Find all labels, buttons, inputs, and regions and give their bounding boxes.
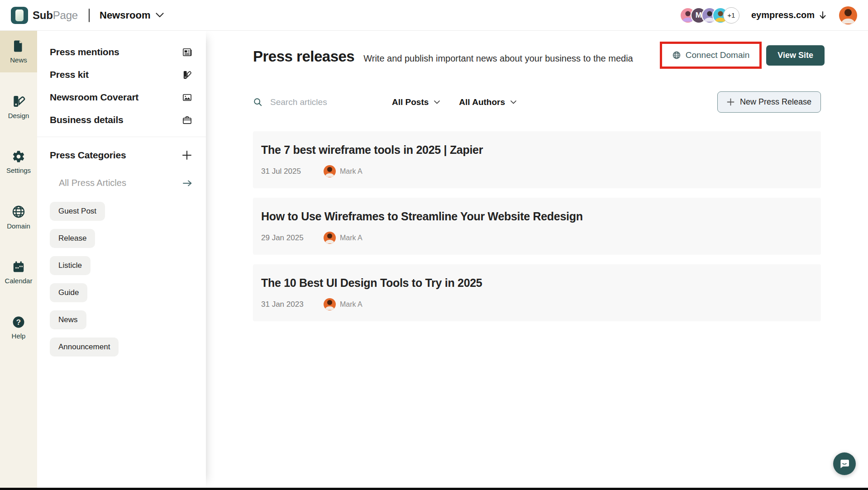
- app-window: SubPage Newsroom M +1: [0, 0, 868, 490]
- category-chip[interactable]: Guide: [50, 283, 87, 302]
- article-author: Mark A: [340, 167, 362, 176]
- rail-item-help[interactable]: ? Help: [0, 307, 37, 348]
- topbar: SubPage Newsroom M +1: [0, 0, 868, 31]
- article-date: 31 Jan 2023: [261, 300, 324, 309]
- category-chip[interactable]: Guest Post: [50, 202, 105, 221]
- add-category-icon[interactable]: [181, 150, 192, 161]
- arrow-down-icon[interactable]: [819, 11, 826, 20]
- topbar-divider: [89, 9, 90, 22]
- search-box: [253, 97, 373, 107]
- main-content: Press releases Write and publish importa…: [206, 31, 868, 488]
- image-icon: [182, 92, 192, 103]
- newspaper-icon: [182, 47, 192, 57]
- calendar-icon: [12, 260, 25, 274]
- article-card[interactable]: How to Use Wireframes to Streamline Your…: [253, 198, 821, 255]
- authors-filter-dropdown[interactable]: All Authors: [459, 97, 516, 107]
- gear-icon: [12, 150, 25, 163]
- user-avatar[interactable]: [839, 6, 857, 24]
- window-bottom-edge: [0, 488, 868, 490]
- subpage-logo-icon[interactable]: [11, 7, 28, 24]
- view-site-button[interactable]: View Site: [766, 45, 825, 66]
- briefcase-icon: [182, 115, 192, 125]
- svg-text:?: ?: [16, 318, 21, 327]
- globe-icon: [11, 205, 26, 219]
- category-chip[interactable]: News: [50, 310, 86, 329]
- article-title: How to Use Wireframes to Streamline Your…: [261, 210, 813, 223]
- rail-item-design[interactable]: Design: [0, 86, 37, 128]
- posts-filter-dropdown[interactable]: All Posts: [392, 97, 440, 107]
- site-domain[interactable]: eympress.com: [751, 10, 815, 20]
- globe-icon: [672, 51, 681, 60]
- icon-rail: News Design Settings: [0, 31, 37, 488]
- sidebar-item-newsroom-coverart[interactable]: Newsroom Coverart: [37, 86, 206, 109]
- category-chip-list: Guest Post Release Listicle Guide News A…: [37, 202, 206, 357]
- all-press-articles-link[interactable]: All Press Articles: [37, 178, 206, 188]
- category-chip[interactable]: Announcement: [50, 338, 119, 357]
- article-date: 29 Jan 2025: [261, 233, 324, 243]
- sidebar-item-business-details[interactable]: Business details: [37, 109, 206, 131]
- article-title: The 10 Best UI Design Tools to Try in 20…: [261, 276, 813, 290]
- page-header: Press releases Write and publish importa…: [253, 48, 633, 65]
- connect-domain-highlight-box: Connect Domain: [660, 42, 762, 69]
- brand-name: SubPage: [33, 9, 78, 22]
- more-members-badge[interactable]: +1: [723, 7, 739, 24]
- connect-domain-button[interactable]: Connect Domain: [672, 50, 750, 60]
- topbar-right: M +1 eympress.com: [680, 6, 857, 24]
- swatch-icon: [11, 94, 26, 109]
- arrow-right-icon: [182, 180, 192, 187]
- plus-icon: [727, 98, 734, 106]
- search-input[interactable]: [270, 97, 361, 107]
- team-avatar-group[interactable]: M +1: [680, 7, 739, 24]
- article-card[interactable]: The 10 Best UI Design Tools to Try in 20…: [253, 264, 821, 321]
- article-meta: 31 Jul 2025 Mark A: [261, 165, 813, 177]
- chat-bubble-icon: [839, 458, 850, 470]
- article-title: The 7 best wireframe tools in 2025 | Zap…: [261, 143, 813, 157]
- category-chip[interactable]: Listicle: [50, 256, 91, 275]
- sidebar-item-press-mentions[interactable]: Press mentions: [37, 41, 206, 63]
- article-author: Mark A: [340, 300, 362, 309]
- rail-item-settings[interactable]: Settings: [0, 141, 37, 183]
- chevron-down-icon: [434, 100, 440, 104]
- article-date: 31 Jul 2025: [261, 167, 324, 176]
- author-avatar: [324, 232, 336, 244]
- workspace-name: Newsroom: [100, 10, 150, 21]
- file-icon: [12, 39, 25, 53]
- article-card[interactable]: The 7 best wireframe tools in 2025 | Zap…: [253, 131, 821, 188]
- rail-item-news[interactable]: News: [0, 31, 37, 72]
- article-author: Mark A: [340, 234, 362, 242]
- sidebar-divider: [37, 137, 206, 137]
- author-avatar: [324, 165, 336, 177]
- new-press-release-button[interactable]: New Press Release: [717, 91, 821, 113]
- category-chip[interactable]: Release: [50, 229, 95, 248]
- rail-item-domain[interactable]: Domain: [0, 196, 37, 238]
- article-meta: 29 Jan 2025 Mark A: [261, 232, 813, 244]
- sidebar-item-press-kit[interactable]: Press kit: [37, 63, 206, 86]
- question-icon: ?: [12, 315, 25, 329]
- author-avatar: [324, 298, 336, 310]
- header-actions: Connect Domain View Site: [660, 42, 825, 69]
- chevron-down-icon: [156, 13, 164, 18]
- page-subtitle: Write and publish important news about y…: [363, 53, 633, 64]
- filters-row: All Posts All Authors New Press Release: [253, 91, 821, 113]
- chevron-down-icon: [510, 100, 516, 104]
- newsroom-sidebar: Press mentions Press kit: [37, 31, 206, 488]
- press-categories-header: Press Categories: [37, 150, 206, 161]
- press-kit-icon: [182, 70, 192, 80]
- article-meta: 31 Jan 2023 Mark A: [261, 298, 813, 310]
- rail-item-calendar[interactable]: Calendar: [0, 252, 37, 293]
- article-list: The 7 best wireframe tools in 2025 | Zap…: [253, 131, 821, 321]
- workspace-switcher[interactable]: Newsroom: [100, 10, 164, 21]
- chat-widget-button[interactable]: [833, 452, 856, 475]
- page-title: Press releases: [253, 48, 354, 65]
- search-icon: [253, 97, 263, 107]
